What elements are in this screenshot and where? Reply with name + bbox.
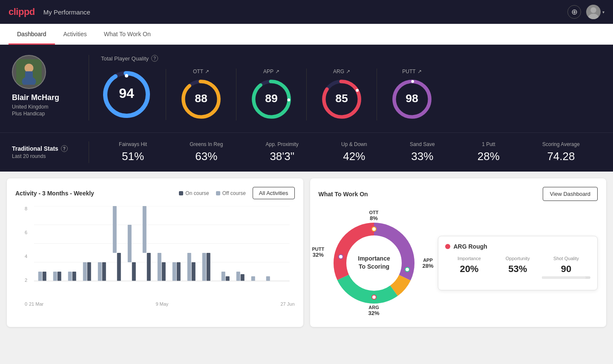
y-label-8: 8	[15, 206, 27, 211]
work-detail-cols: Importance 20% Opportunity 53% Shot Qual…	[445, 256, 591, 279]
tpq-info-icon[interactable]: ?	[151, 55, 158, 62]
svg-rect-50	[187, 253, 191, 281]
svg-point-71	[339, 255, 343, 259]
tab-what-to-work-on[interactable]: What To Work On	[95, 24, 159, 45]
activity-card: Activity - 3 Months - Weekly On course O…	[7, 178, 303, 327]
chart-container: 8 6 4 2 0	[15, 206, 295, 317]
activity-card-header: Activity - 3 Months - Weekly On course O…	[15, 187, 295, 199]
detail-importance-label: Importance	[445, 256, 494, 261]
header-left: clippd My Performance	[9, 6, 90, 17]
gauge-app-svg: 89	[250, 78, 293, 120]
svg-point-3	[25, 64, 34, 73]
stat-app-proximity-value: 38'3"	[270, 150, 294, 163]
trad-label-section: Traditional Stats ? Last 20 rounds	[12, 145, 89, 159]
svg-point-68	[372, 227, 376, 231]
all-activities-button[interactable]: All Activities	[253, 187, 295, 199]
trad-info-icon[interactable]: ?	[61, 145, 68, 152]
app-trend-icon: ↗	[275, 69, 279, 75]
detail-shot-quality-value: 90	[542, 264, 590, 275]
svg-rect-31	[43, 272, 46, 281]
stat-greens-in-reg: Greens In Reg 63%	[190, 141, 223, 163]
donut-label-app: APP 28%	[422, 258, 433, 269]
svg-point-19	[356, 89, 359, 92]
work-on-title: What To Work On	[319, 191, 368, 198]
svg-text:To Scoring: To Scoring	[358, 263, 389, 270]
chevron-down-icon: ▾	[602, 10, 604, 14]
arg-trend-icon: ↗	[346, 69, 350, 75]
svg-rect-59	[266, 276, 270, 281]
svg-rect-49	[177, 262, 181, 281]
gauge-ott: OTT ↗ 88	[166, 69, 236, 120]
gauge-arg-svg: 85	[320, 78, 363, 120]
svg-point-15	[288, 98, 291, 101]
svg-point-23	[411, 80, 414, 83]
trad-stats-items: Fairways Hit 51% Greens In Reg 63% App. …	[89, 141, 601, 163]
svg-rect-36	[83, 262, 87, 281]
avatar	[586, 5, 601, 19]
svg-rect-5	[25, 72, 33, 78]
legend-off-course: Off course	[216, 190, 246, 196]
chart-legend: On course Off course	[179, 190, 246, 196]
stat-scoring-average-label: Scoring Average	[542, 141, 580, 147]
svg-rect-40	[113, 206, 117, 253]
x-label-mar: 21 Mar	[29, 301, 43, 307]
bar-chart-svg	[29, 206, 295, 300]
svg-rect-39	[102, 262, 106, 281]
logo: clippd	[9, 6, 35, 17]
header-right: ⊕ ▾	[567, 5, 604, 19]
activity-chart-title: Activity - 3 Months - Weekly	[15, 190, 94, 197]
y-label-0: 0	[15, 301, 27, 307]
x-axis-labels: 21 Mar 9 May 27 Jun	[29, 301, 295, 307]
svg-rect-57	[241, 274, 245, 281]
svg-rect-58	[251, 276, 255, 281]
gauge-putt-label: PUTT ↗	[402, 69, 421, 75]
tpq-label: Total Player Quality ?	[101, 55, 601, 62]
stat-1-putt-label: 1 Putt	[482, 141, 495, 147]
svg-rect-52	[202, 253, 206, 281]
svg-rect-34	[68, 272, 72, 281]
player-avatar-image	[16, 59, 42, 85]
add-button[interactable]: ⊕	[567, 5, 581, 19]
donut-label-ott: OTT 8%	[369, 210, 379, 221]
donut-chart-container: Importance To Scoring OTT 8%	[319, 208, 429, 318]
tab-dashboard[interactable]: Dashboard	[9, 24, 55, 45]
stat-app-proximity-label: App. Proximity	[265, 141, 298, 147]
svg-text:88: 88	[195, 92, 207, 105]
legend-off-course-dot	[216, 191, 220, 195]
y-axis-labels: 8 6 4 2 0	[15, 206, 27, 307]
gauge-putt-svg: 98	[391, 78, 433, 120]
stat-up-down-label: Up & Down	[341, 141, 367, 147]
svg-rect-46	[158, 253, 161, 281]
svg-rect-43	[132, 262, 136, 281]
svg-rect-53	[207, 253, 210, 281]
tab-activities[interactable]: Activities	[55, 24, 95, 45]
svg-rect-48	[173, 262, 176, 281]
gauge-ott-svg: 88	[180, 78, 222, 120]
stat-fairways-hit: Fairways Hit 51%	[119, 141, 147, 163]
svg-point-69	[405, 267, 409, 272]
donut-label-arg: ARG 32%	[368, 305, 379, 316]
stat-greens-in-reg-value: 63%	[195, 150, 217, 163]
shot-quality-bar	[542, 276, 590, 279]
hero-section: Blair McHarg United Kingdom Plus Handica…	[0, 45, 613, 132]
stat-scoring-average-value: 74.28	[547, 150, 575, 163]
gauge-arg: ARG ↗ 85	[307, 69, 377, 120]
svg-text:85: 85	[335, 92, 348, 105]
svg-rect-56	[236, 272, 240, 281]
y-label-6: 6	[15, 230, 27, 235]
svg-point-8	[125, 74, 128, 77]
svg-rect-33	[58, 272, 61, 281]
svg-rect-38	[98, 262, 102, 281]
view-dashboard-button[interactable]: View Dashboard	[543, 187, 598, 201]
svg-point-0	[590, 7, 596, 13]
svg-point-1	[588, 14, 599, 19]
traditional-stats: Traditional Stats ? Last 20 rounds Fairw…	[0, 132, 613, 172]
y-label-2: 2	[15, 278, 27, 283]
donut-label-putt: PUTT 32%	[312, 246, 325, 258]
avatar-button[interactable]: ▾	[586, 5, 604, 19]
legend-on-course-dot	[179, 191, 183, 195]
player-name: Blair McHarg	[12, 93, 59, 102]
gauge-total: 94	[101, 69, 166, 120]
avatar-image	[586, 5, 601, 19]
gauge-app-label: APP ↗	[263, 69, 279, 75]
